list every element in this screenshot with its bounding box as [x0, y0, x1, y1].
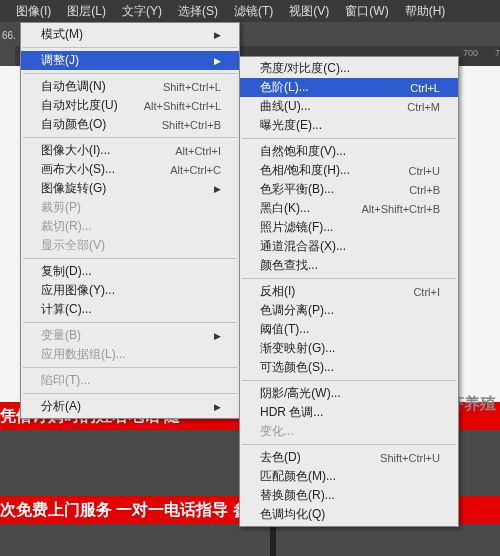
adjustments-item[interactable]: 色相/饱和度(H)...Ctrl+U	[240, 161, 458, 180]
menu-item-label: 照片滤镜(F)...	[260, 219, 333, 236]
menu-window[interactable]: 窗口(W)	[337, 0, 396, 22]
menu-layer[interactable]: 图层(L)	[59, 0, 114, 22]
menu-separator	[23, 367, 237, 368]
menu-item-label: 色阶(L)...	[260, 79, 309, 96]
image-menu-item[interactable]: 复制(D)...	[21, 262, 239, 281]
menu-item-label: 替换颜色(R)...	[260, 487, 335, 504]
menu-view[interactable]: 视图(V)	[281, 0, 337, 22]
menu-item-label: 色调均化(Q)	[260, 506, 325, 523]
submenu-arrow-icon: ▶	[214, 184, 221, 194]
menu-type[interactable]: 文字(Y)	[114, 0, 170, 22]
menu-item-label: 调整(J)	[41, 52, 79, 69]
toolbar-number: 66.	[2, 30, 16, 41]
menu-item-label: 变量(B)	[41, 327, 81, 344]
adjustments-item[interactable]: 亮度/对比度(C)...	[240, 59, 458, 78]
menu-item-label: 画布大小(S)...	[41, 161, 115, 178]
adjustments-item[interactable]: 色调均化(Q)	[240, 505, 458, 524]
adjustments-item[interactable]: 曲线(U)...Ctrl+M	[240, 97, 458, 116]
menu-item-label: 显示全部(V)	[41, 237, 105, 254]
menu-item-label: 计算(C)...	[41, 301, 92, 318]
submenu-arrow-icon: ▶	[214, 56, 221, 66]
adjustments-item[interactable]: 阴影/高光(W)...	[240, 384, 458, 403]
menu-separator	[23, 137, 237, 138]
menu-shortcut: Ctrl+B	[409, 184, 440, 196]
adjustments-item[interactable]: 渐变映射(G)...	[240, 339, 458, 358]
menu-item-label: 陷印(T)...	[41, 372, 90, 389]
menu-shortcut: Ctrl+I	[413, 286, 440, 298]
image-menu-item[interactable]: 画布大小(S)...Alt+Ctrl+C	[21, 160, 239, 179]
adjustments-item[interactable]: 可选颜色(S)...	[240, 358, 458, 377]
adjustments-item[interactable]: 反相(I)Ctrl+I	[240, 282, 458, 301]
image-menu-item[interactable]: 图像大小(I)...Alt+Ctrl+I	[21, 141, 239, 160]
image-menu-item[interactable]: 分析(A)▶	[21, 397, 239, 416]
menu-item-label: 可选颜色(S)...	[260, 359, 334, 376]
image-menu-item[interactable]: 图像旋转(G)▶	[21, 179, 239, 198]
menu-shortcut: Ctrl+L	[410, 82, 440, 94]
menu-item-label: 自动色调(N)	[41, 78, 106, 95]
menu-item-label: 曝光度(E)...	[260, 117, 322, 134]
adjustments-item[interactable]: 曝光度(E)...	[240, 116, 458, 135]
adjustments-item[interactable]: HDR 色调...	[240, 403, 458, 422]
image-menu-item[interactable]: 模式(M)▶	[21, 25, 239, 44]
image-menu-item: 陷印(T)...	[21, 371, 239, 390]
image-menu-item[interactable]: 自动对比度(U)Alt+Shift+Ctrl+L	[21, 96, 239, 115]
adjustments-item[interactable]: 照片滤镜(F)...	[240, 218, 458, 237]
menu-image[interactable]: 图像(I)	[8, 0, 59, 22]
menu-item-label: 通道混合器(X)...	[260, 238, 346, 255]
ruler-tick: 700	[463, 48, 478, 58]
image-menu-item[interactable]: 自动颜色(O)Shift+Ctrl+B	[21, 115, 239, 134]
image-menu-item[interactable]: 计算(C)...	[21, 300, 239, 319]
menu-shortcut: Alt+Ctrl+C	[170, 164, 221, 176]
menu-separator	[23, 322, 237, 323]
menu-separator	[242, 278, 456, 279]
adjustments-item[interactable]: 通道混合器(X)...	[240, 237, 458, 256]
menu-shortcut: Alt+Ctrl+I	[175, 145, 221, 157]
menu-item-label: 复制(D)...	[41, 263, 92, 280]
adjustments-item[interactable]: 色彩平衡(B)...Ctrl+B	[240, 180, 458, 199]
adjustments-item[interactable]: 自然饱和度(V)...	[240, 142, 458, 161]
menubar: 图像(I) 图层(L) 文字(Y) 选择(S) 滤镜(T) 视图(V) 窗口(W…	[0, 0, 500, 22]
menu-item-label: 阴影/高光(W)...	[260, 385, 341, 402]
adjustments-item[interactable]: 黑白(K)...Alt+Shift+Ctrl+B	[240, 199, 458, 218]
menu-select[interactable]: 选择(S)	[170, 0, 226, 22]
menu-item-label: 黑白(K)...	[260, 200, 310, 217]
adjustments-item[interactable]: 替换颜色(R)...	[240, 486, 458, 505]
image-menu: 模式(M)▶调整(J)▶自动色调(N)Shift+Ctrl+L自动对比度(U)A…	[20, 22, 240, 419]
image-menu-item[interactable]: 自动色调(N)Shift+Ctrl+L	[21, 77, 239, 96]
menu-item-label: 渐变映射(G)...	[260, 340, 335, 357]
menu-item-label: 颜色查找...	[260, 257, 318, 274]
menu-help[interactable]: 帮助(H)	[397, 0, 454, 22]
adjustments-item[interactable]: 去色(D)Shift+Ctrl+U	[240, 448, 458, 467]
image-menu-item: 裁切(R)...	[21, 217, 239, 236]
image-menu-item: 裁剪(P)	[21, 198, 239, 217]
image-menu-item: 变量(B)▶	[21, 326, 239, 345]
menu-item-label: 自动颜色(O)	[41, 116, 106, 133]
adjustments-item: 变化...	[240, 422, 458, 441]
menu-item-label: 图像大小(I)...	[41, 142, 110, 159]
adjustments-item[interactable]: 阈值(T)...	[240, 320, 458, 339]
image-menu-item: 显示全部(V)	[21, 236, 239, 255]
image-menu-item[interactable]: 调整(J)▶	[21, 51, 239, 70]
menu-shortcut: Alt+Shift+Ctrl+L	[144, 100, 221, 112]
adjustments-item[interactable]: 色阶(L)...Ctrl+L	[240, 78, 458, 97]
submenu-arrow-icon: ▶	[214, 331, 221, 341]
menu-shortcut: Shift+Ctrl+B	[162, 119, 221, 131]
ruler-tick: 750	[495, 48, 500, 58]
menu-item-label: 变化...	[260, 423, 294, 440]
menu-filter[interactable]: 滤镜(T)	[226, 0, 281, 22]
menu-shortcut: Shift+Ctrl+U	[380, 452, 440, 464]
menu-separator	[23, 258, 237, 259]
menu-separator	[242, 380, 456, 381]
menu-item-label: 自然饱和度(V)...	[260, 143, 346, 160]
adjustments-item[interactable]: 颜色查找...	[240, 256, 458, 275]
adjustments-item[interactable]: 匹配颜色(M)...	[240, 467, 458, 486]
menu-separator	[23, 47, 237, 48]
submenu-arrow-icon: ▶	[214, 30, 221, 40]
menu-item-label: 图像旋转(G)	[41, 180, 106, 197]
menu-item-label: 反相(I)	[260, 283, 295, 300]
menu-item-label: 亮度/对比度(C)...	[260, 60, 350, 77]
menu-shortcut: Alt+Shift+Ctrl+B	[361, 203, 440, 215]
adjustments-item[interactable]: 色调分离(P)...	[240, 301, 458, 320]
menu-separator	[242, 444, 456, 445]
image-menu-item[interactable]: 应用图像(Y)...	[21, 281, 239, 300]
